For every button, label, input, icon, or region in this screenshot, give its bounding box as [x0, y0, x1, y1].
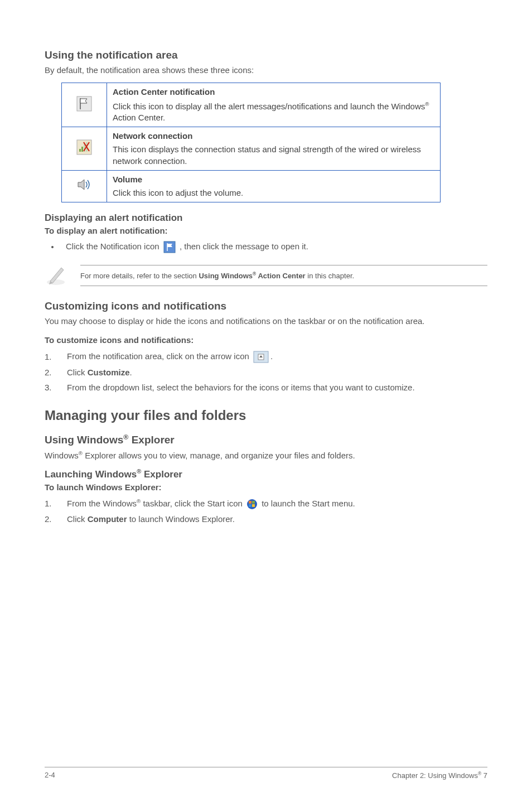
step-bold: Computer	[88, 514, 127, 524]
step-post: .	[270, 351, 273, 361]
step-text: From the notification area, click on the…	[67, 350, 487, 363]
step-text: Click Computer to launch Windows Explore…	[67, 513, 487, 525]
footer-pre: Chapter 2: Using Windows	[392, 771, 478, 780]
step-line: 1. From the Windows® taskbar, click the …	[45, 497, 487, 510]
cell-desc: Click this icon to display all the alert…	[113, 102, 429, 122]
note: For more details, refer to the section U…	[45, 262, 487, 289]
chapter-label: Chapter 2: Using Windows® 7	[392, 771, 487, 780]
heading-alert: Displaying an alert notification	[45, 212, 487, 224]
step-text: From the Windows® taskbar, click the Sta…	[67, 497, 487, 510]
page-footer: 2-4 Chapter 2: Using Windows® 7	[45, 767, 487, 780]
heading-pre: Launching Windows	[45, 469, 137, 480]
speaker-icon	[76, 183, 93, 192]
table-row: Volume Click this icon to adjust the vol…	[62, 170, 441, 202]
sub-customize: To customize icons and notifications:	[45, 335, 487, 345]
step-post: to launch Windows Explorer.	[127, 514, 235, 524]
svg-rect-15	[249, 501, 252, 504]
step-num: 1.	[45, 351, 67, 363]
step-text: Click Customize.	[67, 366, 487, 378]
sub-alert: To display an alert notification:	[45, 226, 487, 235]
cell-title: Action Center notification	[113, 86, 434, 98]
arrow-up-icon	[253, 351, 269, 363]
cell-desc-post: Action Center.	[113, 113, 165, 122]
flag-icon	[163, 241, 176, 253]
step-line: 3. From the dropdown list, select the be…	[45, 381, 487, 393]
icons-table: Action Center notification Click this ic…	[61, 83, 441, 202]
windows-start-icon	[246, 499, 258, 510]
reg-mark: ®	[425, 101, 429, 107]
heading-notification-area: Using the notification area	[45, 49, 487, 61]
bullet-text: Click the Notification icon , then click…	[66, 241, 308, 253]
para-explorer: Windows® Explorer allows you to view, ma…	[45, 450, 487, 461]
cell-title: Network connection	[113, 131, 434, 142]
step-post: to launch the Start menu.	[262, 499, 355, 508]
step-bold: Customize	[88, 368, 130, 377]
step-pre: From the notification area, click on the…	[67, 351, 252, 361]
table-row: Action Center notification Click this ic…	[62, 83, 441, 127]
para-post: Explorer allows you to view, manage, and…	[83, 451, 355, 460]
bullet-alert: Click the Notification icon , then click…	[45, 241, 487, 253]
heading-launching: Launching Windows® Explorer	[45, 468, 487, 480]
step-line: 1. From the notification area, click on …	[45, 350, 487, 363]
bullet-dot	[51, 246, 54, 248]
para-pre: Windows	[45, 451, 79, 460]
step-text: From the dropdown list, select the behav…	[67, 381, 487, 393]
page-number: 2-4	[45, 771, 55, 780]
flag-icon	[76, 104, 93, 114]
svg-rect-18	[252, 504, 255, 507]
svg-rect-3	[79, 149, 81, 152]
step-line: 2. Click Computer to launch Windows Expl…	[45, 513, 487, 525]
svg-rect-4	[81, 147, 83, 152]
heading-post: Explorer	[128, 434, 174, 446]
step-pre-a: From the Windows	[67, 499, 137, 508]
heading-managing: Managing your files and folders	[45, 408, 487, 423]
action-center-desc-cell: Action Center notification Click this ic…	[107, 83, 441, 127]
step-num: 1.	[45, 497, 67, 509]
cell-desc-pre: Click this icon to display all the alert…	[113, 102, 425, 111]
network-icon	[76, 148, 93, 157]
note-pre: For more details, refer to the section	[80, 272, 199, 280]
step-post: .	[130, 368, 132, 377]
volume-icon-cell	[62, 170, 107, 202]
reg-mark: ®	[79, 450, 83, 456]
step-num: 2.	[45, 366, 67, 378]
network-icon-cell	[62, 127, 107, 171]
cell-desc: This icon displays the connection status…	[113, 144, 421, 165]
step-num: 3.	[45, 381, 67, 393]
step-line: 2. Click Customize.	[45, 366, 487, 378]
bullet-pre: Click the Notification icon	[66, 241, 162, 251]
note-post: in this chapter.	[306, 272, 354, 280]
heading-post: Explorer	[141, 469, 182, 480]
para-customizing: You may choose to display or hide the ic…	[45, 316, 487, 327]
action-center-icon-cell	[62, 83, 107, 127]
volume-desc-cell: Volume Click this icon to adjust the vol…	[107, 170, 441, 202]
note-bold-post: Action Center	[256, 272, 305, 280]
network-desc-cell: Network connection This icon displays th…	[107, 127, 441, 171]
heading-pre: Using Windows	[45, 434, 123, 446]
sub-launch: To launch Windows Explorer:	[45, 482, 487, 492]
table-row: Network connection This icon displays th…	[62, 127, 441, 171]
cell-desc: Click this icon to adjust the volume.	[113, 188, 243, 197]
svg-rect-16	[252, 501, 255, 504]
note-text: For more details, refer to the section U…	[80, 265, 487, 286]
step-pre: Click	[67, 368, 88, 377]
note-bold-pre: Using Windows	[199, 272, 253, 280]
para-intro: By default, the notification area shows …	[45, 65, 487, 76]
heading-explorer: Using Windows® Explorer	[45, 433, 487, 446]
step-pre: Click	[67, 514, 88, 524]
step-pre-b: taskbar, click the Start icon	[141, 499, 245, 508]
footer-post: 7	[481, 771, 487, 780]
bullet-post: , then click the message to open it.	[180, 241, 308, 251]
step-num: 2.	[45, 513, 67, 525]
pencil-icon	[45, 262, 69, 289]
cell-title: Volume	[113, 174, 434, 185]
svg-rect-17	[249, 504, 252, 507]
heading-customizing: Customizing icons and notifications	[45, 300, 487, 312]
